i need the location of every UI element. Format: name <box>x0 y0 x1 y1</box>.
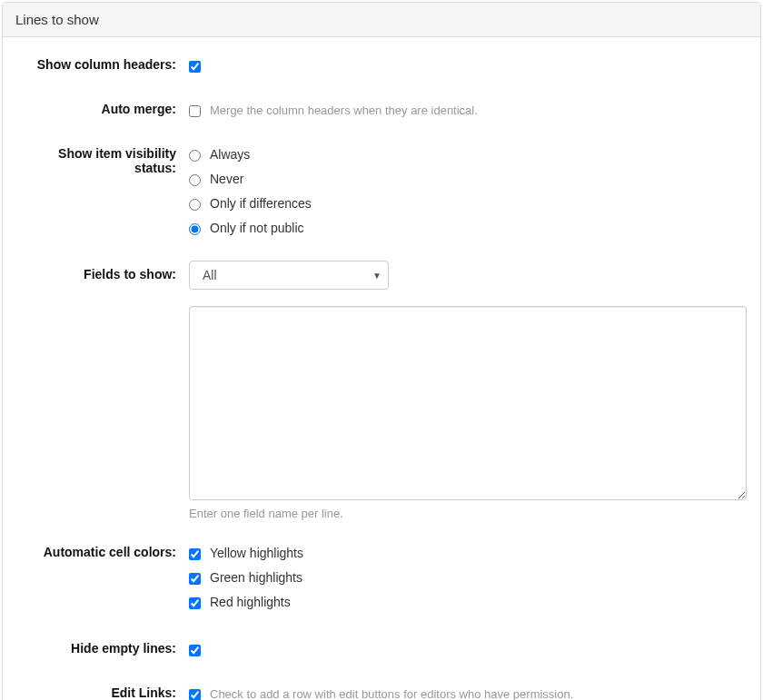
label-auto-cell-colors: Automatic cell colors: <box>16 538 189 559</box>
radio-label-only-if-not-public: Only if not public <box>210 220 304 238</box>
radio-always[interactable] <box>189 150 201 162</box>
lines-to-show-panel: Lines to show Show column headers: Auto … <box>2 2 761 700</box>
radio-row-never[interactable]: Never <box>189 169 747 191</box>
row-edit-links: Edit Links: Check to add a row with edit… <box>16 679 747 700</box>
radio-row-only-if-diff[interactable]: Only if differences <box>189 193 747 215</box>
checkbox-auto-merge[interactable] <box>189 105 201 117</box>
label-green-highlights: Green highlights <box>210 569 302 587</box>
check-row-yellow[interactable]: Yellow highlights <box>189 543 747 565</box>
desc-edit-links: Check to add a row with edit buttons for… <box>210 686 573 700</box>
radio-row-always[interactable]: Always <box>189 144 747 166</box>
check-row-green[interactable]: Green highlights <box>189 567 747 589</box>
checkbox-yellow-highlights[interactable] <box>189 548 201 560</box>
checkbox-green-highlights[interactable] <box>189 573 201 585</box>
label-show-column-headers: Show column headers: <box>16 51 189 72</box>
row-show-column-headers: Show column headers: <box>16 51 747 77</box>
label-red-highlights: Red highlights <box>210 594 291 612</box>
radio-never[interactable] <box>189 174 201 186</box>
row-visibility-status: Show item visibility status: Always Neve… <box>16 140 747 242</box>
label-edit-links: Edit Links: <box>16 679 189 700</box>
label-visibility-status: Show item visibility status: <box>16 140 189 175</box>
panel-header: Lines to show <box>3 3 760 37</box>
select-wrap-fields-to-show: All ▼ <box>189 261 389 290</box>
checkbox-hide-empty-lines[interactable] <box>189 645 201 656</box>
radio-label-never: Never <box>210 171 243 189</box>
textarea-fields-list[interactable] <box>189 306 747 500</box>
select-fields-to-show[interactable]: All <box>189 261 389 290</box>
panel-title: Lines to show <box>15 12 99 27</box>
label-auto-merge: Auto merge: <box>16 95 189 116</box>
label-fields-to-show: Fields to show: <box>16 261 189 281</box>
radio-only-if-not-public[interactable] <box>189 223 201 235</box>
radio-only-if-diff[interactable] <box>189 199 201 211</box>
radio-label-always: Always <box>210 146 250 164</box>
row-hide-empty-lines: Hide empty lines: <box>16 635 747 661</box>
checkbox-show-column-headers[interactable] <box>189 61 201 73</box>
desc-auto-merge: Merge the column headers when they are i… <box>210 103 478 119</box>
row-fields-to-show: Fields to show: All ▼ Enter one field na… <box>16 261 747 520</box>
row-auto-cell-colors: Automatic cell colors: Yellow highlights… <box>16 538 747 616</box>
help-fields-to-show: Enter one field name per line. <box>189 507 747 520</box>
label-yellow-highlights: Yellow highlights <box>210 545 303 563</box>
checkbox-red-highlights[interactable] <box>189 597 201 609</box>
row-auto-merge: Auto merge: Merge the column headers whe… <box>16 95 747 122</box>
radio-label-only-if-diff: Only if differences <box>210 195 312 213</box>
radio-row-only-if-not-public[interactable]: Only if not public <box>189 218 747 240</box>
checkbox-edit-links[interactable] <box>189 689 201 701</box>
check-row-red[interactable]: Red highlights <box>189 592 747 614</box>
label-hide-empty-lines: Hide empty lines: <box>16 635 189 656</box>
panel-body: Show column headers: Auto merge: Merge t… <box>3 37 760 700</box>
